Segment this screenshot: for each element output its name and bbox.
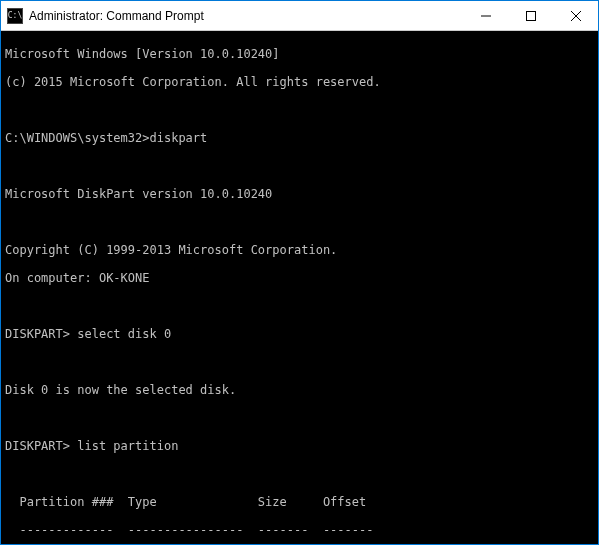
banner-line: (c) 2015 Microsoft Corporation. All righ…	[5, 75, 594, 89]
partition-table-header: Partition ### Type Size Offset	[5, 495, 594, 509]
cmd-icon: C:\	[7, 8, 23, 24]
select-result: Disk 0 is now the selected disk.	[5, 383, 594, 397]
diskpart-version: Microsoft DiskPart version 10.0.10240	[5, 187, 594, 201]
window-title: Administrator: Command Prompt	[29, 9, 204, 23]
command-text: diskpart	[150, 131, 208, 145]
banner-line: Microsoft Windows [Version 10.0.10240]	[5, 47, 594, 61]
partition-table-divider: ------------- ---------------- ------- -…	[5, 523, 594, 537]
diskpart-prompt: DISKPART>	[5, 327, 77, 341]
svg-rect-1	[526, 11, 535, 20]
terminal-output[interactable]: Microsoft Windows [Version 10.0.10240] (…	[1, 31, 598, 544]
diskpart-copyright: Copyright (C) 1999-2013 Microsoft Corpor…	[5, 243, 594, 257]
minimize-button[interactable]	[463, 1, 508, 30]
close-button[interactable]	[553, 1, 598, 30]
diskpart-computer: On computer: OK-KONE	[5, 271, 594, 285]
prompt-path: C:\WINDOWS\system32>	[5, 131, 150, 145]
diskpart-prompt: DISKPART>	[5, 439, 77, 453]
maximize-button[interactable]	[508, 1, 553, 30]
command-text: select disk 0	[77, 327, 171, 341]
command-text: list partition	[77, 439, 178, 453]
window-titlebar: C:\ Administrator: Command Prompt	[1, 1, 598, 31]
